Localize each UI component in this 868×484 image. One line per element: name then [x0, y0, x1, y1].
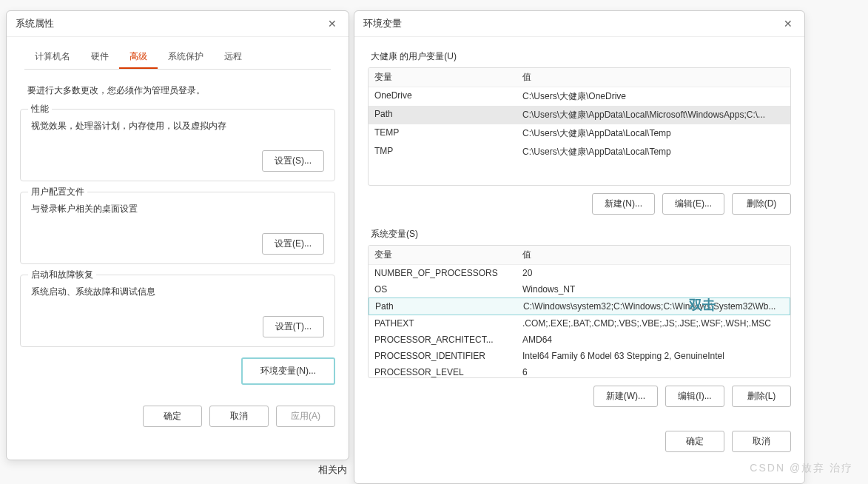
envvars-footer: 确定 取消 [354, 425, 804, 452]
var-value: C:\Users\大健康\AppData\Local\Temp [517, 143, 790, 161]
var-value: Windows_NT [517, 281, 790, 298]
startup-settings-button[interactable]: 设置(T)... [263, 316, 324, 337]
sysprops-footer: 确定 取消 应用(A) [7, 398, 349, 437]
profile-label: 用户配置文件 [28, 186, 87, 198]
startup-label: 启动和故障恢复 [28, 269, 96, 281]
table-row[interactable]: OSWindows_NT [369, 281, 790, 298]
var-value: C:\Users\大健康\AppData\Local\Microsoft\Win… [517, 106, 790, 124]
close-icon[interactable]: ✕ [325, 18, 340, 30]
col-value: 值 [517, 246, 790, 264]
table-row[interactable]: PathC:\Windows\system32;C:\Windows;C:\Wi… [369, 298, 790, 315]
var-value: Intel64 Family 6 Model 63 Stepping 2, Ge… [517, 348, 790, 364]
table-row[interactable]: PathC:\Users\大健康\AppData\Local\Microsoft… [369, 106, 790, 124]
profile-settings-button[interactable]: 设置(E)... [262, 233, 324, 255]
env-cancel-button[interactable]: 取消 [732, 431, 791, 452]
sys-delete-button[interactable]: 删除(L) [732, 386, 791, 407]
startup-group: 启动和故障恢复 系统启动、系统故障和调试信息 设置(T)... [20, 275, 335, 347]
ok-button[interactable]: 确定 [143, 406, 202, 427]
var-name: Path [369, 106, 517, 124]
table-row[interactable]: TEMPC:\Users\大健康\AppData\Local\Temp [369, 124, 790, 143]
user-vars-header: 变量 值 [369, 68, 790, 87]
environment-variables-button[interactable]: 环境变量(N)... [241, 357, 335, 385]
var-value: C:\Windows\system32;C:\Windows;C:\Window… [517, 298, 790, 315]
var-name: PROCESSOR_LEVEL [369, 364, 517, 378]
sys-vars-header: 变量 值 [369, 246, 790, 265]
startup-desc: 系统启动、系统故障和调试信息 [31, 286, 324, 298]
table-row[interactable]: PROCESSOR_ARCHITECT...AMD64 [369, 332, 790, 348]
tab-remote[interactable]: 远程 [214, 46, 252, 69]
user-vars-table[interactable]: 变量 值 OneDriveC:\Users\大健康\OneDrivePathC:… [368, 67, 791, 186]
profile-desc: 与登录帐户相关的桌面设置 [31, 203, 324, 215]
var-value: C:\Users\大健康\OneDrive [517, 87, 790, 106]
footer-text: 相关内 [318, 463, 347, 477]
apply-button[interactable]: 应用(A) [276, 406, 335, 427]
table-row[interactable]: TMPC:\Users\大健康\AppData\Local\Temp [369, 143, 790, 161]
var-name: Path [369, 298, 517, 315]
var-name: TEMP [369, 124, 517, 143]
tab-advanced[interactable]: 高级 [119, 46, 158, 69]
var-value: 20 [517, 265, 790, 281]
col-variable: 变量 [369, 246, 517, 264]
tab-hardware[interactable]: 硬件 [81, 46, 119, 69]
var-value: C:\Users\大健康\AppData\Local\Temp [517, 124, 790, 143]
user-vars-label: 大健康 的用户变量(U) [371, 50, 788, 63]
admin-note: 要进行大多数更改，您必须作为管理员登录。 [20, 78, 335, 109]
cancel-button[interactable]: 取消 [209, 406, 269, 427]
envvars-titlebar: 环境变量 ✕ [354, 11, 804, 37]
watermark: CSDN @放弃 治疗 [750, 462, 853, 475]
tab-computer-name[interactable]: 计算机名 [24, 46, 81, 69]
table-row[interactable]: PATHEXT.COM;.EXE;.BAT;.CMD;.VBS;.VBE;.JS… [369, 315, 790, 332]
col-value: 值 [517, 68, 790, 87]
var-name: OS [369, 281, 517, 298]
user-new-button[interactable]: 新建(N)... [592, 193, 655, 215]
var-name: PROCESSOR_ARCHITECT... [369, 332, 517, 348]
var-value: 6 [517, 364, 790, 378]
envvars-title: 环境变量 [363, 17, 402, 30]
performance-desc: 视觉效果，处理器计划，内存使用，以及虚拟内存 [31, 120, 324, 132]
profile-group: 用户配置文件 与登录帐户相关的桌面设置 设置(E)... [20, 192, 335, 264]
user-delete-button[interactable]: 删除(D) [732, 193, 791, 215]
sysprops-tabs: 计算机名 硬件 高级 系统保护 远程 [24, 46, 331, 70]
sys-vars-label: 系统变量(S) [371, 228, 788, 241]
table-row[interactable]: NUMBER_OF_PROCESSORS20 [369, 265, 790, 281]
system-properties-dialog: 系统属性 ✕ 计算机名 硬件 高级 系统保护 远程 要进行大多数更改，您必须作为… [6, 10, 349, 460]
sysprops-titlebar: 系统属性 ✕ [7, 11, 349, 37]
environment-variables-dialog: 环境变量 ✕ 大健康 的用户变量(U) 变量 值 OneDriveC:\User… [354, 10, 805, 484]
var-name: TMP [369, 143, 517, 161]
var-name: PATHEXT [369, 315, 517, 332]
performance-group: 性能 视觉效果，处理器计划，内存使用，以及虚拟内存 设置(S)... [20, 109, 335, 181]
var-value: .COM;.EXE;.BAT;.CMD;.VBS;.VBE;.JS;.JSE;.… [517, 315, 790, 332]
table-row[interactable]: PROCESSOR_IDENTIFIERIntel64 Family 6 Mod… [369, 348, 790, 364]
sysprops-title: 系统属性 [16, 17, 54, 30]
performance-label: 性能 [28, 103, 52, 115]
sys-edit-button[interactable]: 编辑(I)... [665, 386, 724, 407]
table-row[interactable]: PROCESSOR_LEVEL6 [369, 364, 790, 378]
tab-system-protection[interactable]: 系统保护 [158, 46, 214, 69]
env-ok-button[interactable]: 确定 [665, 431, 724, 452]
table-row[interactable]: OneDriveC:\Users\大健康\OneDrive [369, 87, 790, 106]
var-name: NUMBER_OF_PROCESSORS [369, 265, 517, 281]
var-name: PROCESSOR_IDENTIFIER [369, 348, 517, 364]
col-variable: 变量 [369, 68, 517, 87]
sys-vars-table[interactable]: 变量 值 NUMBER_OF_PROCESSORS20OSWindows_NTP… [368, 245, 791, 378]
user-edit-button[interactable]: 编辑(E)... [662, 193, 724, 215]
performance-settings-button[interactable]: 设置(S)... [262, 150, 324, 172]
var-value: AMD64 [517, 332, 790, 348]
var-name: OneDrive [369, 87, 517, 106]
sys-new-button[interactable]: 新建(W)... [593, 386, 658, 407]
close-icon[interactable]: ✕ [781, 18, 795, 30]
